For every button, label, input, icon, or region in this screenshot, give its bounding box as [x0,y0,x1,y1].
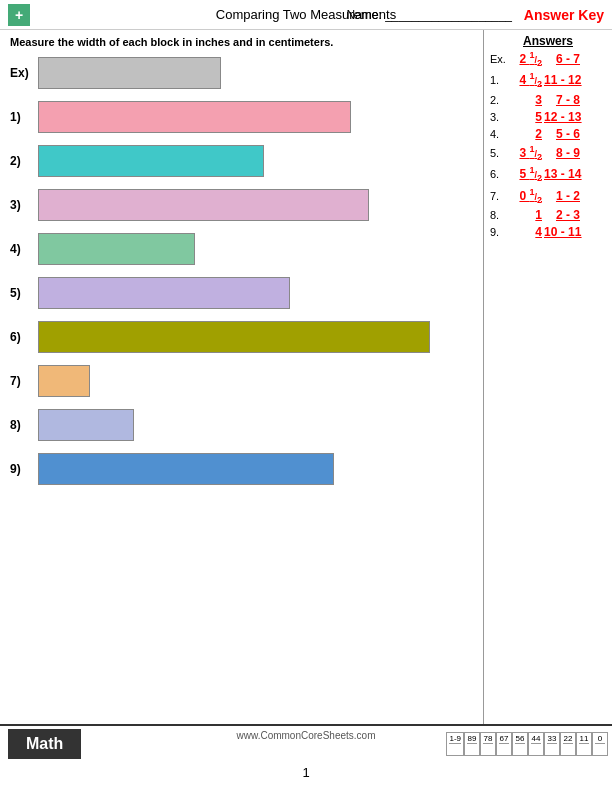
measurement-block [38,233,195,265]
instruction-text: Measure the width of each block in inche… [10,36,473,48]
block-container [38,233,473,265]
block-container [38,101,473,133]
answer-inches-value: 1 [510,208,542,222]
answer-cm-value: 1 - 2 [544,189,580,203]
answer-cm-value: 8 - 9 [544,146,580,160]
problem-label: 4) [10,242,38,256]
problem-label: 1) [10,110,38,124]
block-container [38,453,473,485]
footer: Math www.CommonCoreSheets.com 1 1-989786… [0,724,612,762]
answer-inches-value: 4 [510,225,542,239]
footer-scores: 1-989786756443322110 [446,732,608,756]
answer-cm-value: 5 - 6 [544,127,580,141]
block-container [38,409,473,441]
measurement-block [38,101,351,133]
problems-panel: Measure the width of each block in inche… [0,30,484,724]
measurement-block [38,277,290,309]
answer-key-label: Answer Key [524,7,604,23]
problem-label: 9) [10,462,38,476]
problem-label: 3) [10,198,38,212]
score-box: 33 [544,732,560,756]
problem-label: 7) [10,374,38,388]
answer-inches-value: 2 1/2 [510,50,542,68]
problem-label: 6) [10,330,38,344]
answer-num-label: 3. [490,111,510,123]
answer-row: 8.1 2 - 3 [490,208,606,222]
problem-row: 7) [10,362,473,400]
answer-cm-value: 11 - 12 [544,73,581,87]
problem-label: 2) [10,154,38,168]
answer-row: 3.5 12 - 13 [490,110,606,124]
score-box: 67 [496,732,512,756]
score-box: 0 [592,732,608,756]
measurement-block [38,321,430,353]
answer-cm-value: 13 - 14 [544,167,581,181]
answer-inches-value: 5 [510,110,542,124]
block-container [38,189,473,221]
problem-row: 2) [10,142,473,180]
score-box: 89 [464,732,480,756]
measurement-block [38,365,90,397]
problem-row: 3) [10,186,473,224]
answer-inches-value: 0 1/2 [510,187,542,205]
score-box: 56 [512,732,528,756]
problem-row: 9) [10,450,473,488]
answer-row: 5.3 1/2 8 - 9 [490,144,606,162]
block-container [38,365,473,397]
problem-row: Ex) [10,54,473,92]
problem-row: 8) [10,406,473,444]
footer-url: www.CommonCoreSheets.com [237,730,376,741]
math-label: Math [8,729,81,759]
answers-panel: Answers Ex.2 1/2 6 - 71.4 1/2 11 - 122.3… [484,30,612,724]
answer-inches-value: 4 1/2 [510,71,542,89]
measurement-block [38,145,264,177]
answer-num-label: 9. [490,226,510,238]
answers-list: Ex.2 1/2 6 - 71.4 1/2 11 - 122.3 7 - 83.… [490,50,606,239]
answer-num-label: 5. [490,147,510,159]
answer-cm-value: 12 - 13 [544,110,581,124]
block-container [38,277,473,309]
problem-row: 5) [10,274,473,312]
answer-row: 1.4 1/2 11 - 12 [490,71,606,89]
answer-num-label: 7. [490,190,510,202]
problem-label: 8) [10,418,38,432]
answer-row: 9.4 10 - 11 [490,225,606,239]
answer-num-label: 2. [490,94,510,106]
answer-cm-value: 10 - 11 [544,225,581,239]
measurement-block [38,57,221,89]
problem-row: 4) [10,230,473,268]
answer-cm-value: 2 - 3 [544,208,580,222]
answer-inches-value: 3 [510,93,542,107]
score-box: 11 [576,732,592,756]
block-container [38,145,473,177]
header: + Comparing Two Measurements Name: _____… [0,0,612,30]
problems-list: Ex)1)2)3)4)5)6)7)8)9) [10,54,473,488]
answer-cm-value: 6 - 7 [544,52,580,66]
answers-title: Answers [490,34,606,48]
score-box: 22 [560,732,576,756]
problem-row: 1) [10,98,473,136]
problem-label: 5) [10,286,38,300]
measurement-block [38,453,334,485]
answer-num-label: Ex. [490,53,510,65]
measurement-block [38,409,134,441]
problem-label: Ex) [10,66,38,80]
score-box: 78 [480,732,496,756]
answer-row: Ex.2 1/2 6 - 7 [490,50,606,68]
answer-inches-value: 2 [510,127,542,141]
problem-row: 6) [10,318,473,356]
logo-icon: + [8,4,30,26]
answer-cm-value: 7 - 8 [544,93,580,107]
answer-num-label: 4. [490,128,510,140]
measurement-block [38,189,369,221]
answer-row: 4.2 5 - 6 [490,127,606,141]
name-label: Name: ___________________ [347,8,512,22]
footer-page: 1 [302,765,309,780]
answer-num-label: 6. [490,168,510,180]
score-box: 1-9 [446,732,464,756]
answer-row: 6.5 1/2 13 - 14 [490,165,606,183]
answer-inches-value: 3 1/2 [510,144,542,162]
answer-inches-value: 5 1/2 [510,165,542,183]
footer-center: www.CommonCoreSheets.com 1 [237,730,376,758]
answer-num-label: 8. [490,209,510,221]
